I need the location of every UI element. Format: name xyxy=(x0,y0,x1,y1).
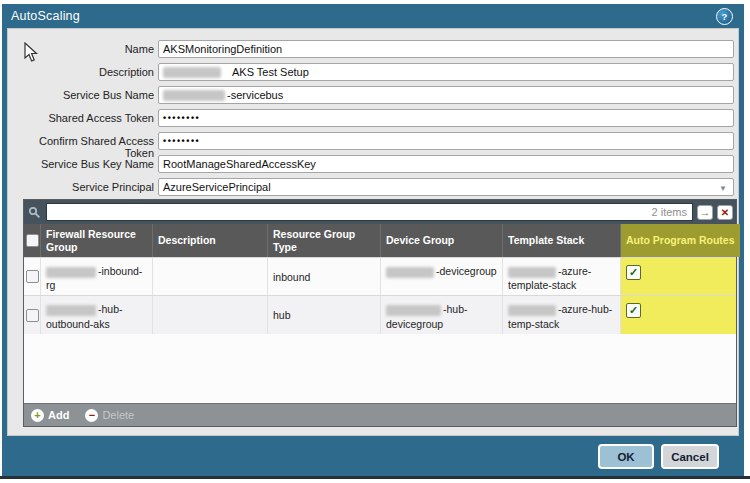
autoscaling-screen: AutoScaling ? Name AKSMonitoringDefiniti… xyxy=(0,0,750,483)
delete-button[interactable]: − Delete xyxy=(85,409,134,422)
cell-description xyxy=(152,296,267,333)
auto-program-routes-checkbox[interactable]: ✓ xyxy=(626,265,641,280)
cell-device-group: -hub-devicegroup xyxy=(380,296,502,333)
table-filter-bar: 2 items → ✕ xyxy=(24,200,736,224)
service-bus-key-name-input[interactable]: RootManageSharedAccessKey xyxy=(158,155,734,173)
redacted-text-block xyxy=(508,267,556,278)
chevron-down-icon[interactable]: ▼ xyxy=(719,184,727,193)
shared-access-token-input[interactable]: •••••••• xyxy=(158,109,734,127)
row-checkbox[interactable] xyxy=(26,309,39,322)
shared-access-token-value: •••••••• xyxy=(163,113,200,123)
firewall-resource-group-table: 2 items → ✕ Firewall Resource Group Desc… xyxy=(23,199,737,427)
service-bus-name-label: Service Bus Name xyxy=(8,89,154,101)
cell-template-stack: -azure-hub-temp-stack xyxy=(502,296,620,333)
redacted-text-block xyxy=(386,305,441,316)
description-label: Description xyxy=(8,66,154,78)
autoscaling-dialog: AutoScaling ? Name AKSMonitoringDefiniti… xyxy=(2,4,744,477)
cell-description xyxy=(152,258,267,295)
cell-auto-program-routes: ✓ xyxy=(620,258,736,295)
delete-icon: − xyxy=(85,409,98,422)
auto-program-routes-checkbox[interactable]: ✓ xyxy=(626,303,641,318)
redacted-text-block xyxy=(163,67,221,78)
row-checkbox[interactable] xyxy=(26,270,39,283)
cancel-button[interactable]: Cancel xyxy=(661,444,719,469)
dialog-title: AutoScaling xyxy=(11,9,80,23)
description-value: AKS Test Setup xyxy=(232,66,309,78)
add-button-label: Add xyxy=(48,409,69,421)
shared-access-token-label: Shared Access Token xyxy=(8,112,154,124)
confirm-shared-access-token-input[interactable]: •••••••• xyxy=(158,132,734,150)
confirm-shared-access-token-field-row: Confirm Shared Access Token •••••••• xyxy=(8,132,738,150)
items-count: 2 items xyxy=(652,206,687,218)
column-header-device-group[interactable]: Device Group xyxy=(380,224,502,257)
column-header-auto-program-routes[interactable]: Auto Program Routes xyxy=(620,224,740,257)
ok-button[interactable]: OK xyxy=(598,444,654,469)
help-icon[interactable]: ? xyxy=(716,8,733,25)
search-icon xyxy=(28,206,41,219)
table-row[interactable]: -inbound-rg inbound -devicegroup -azure-… xyxy=(24,257,736,295)
redacted-text-block xyxy=(508,305,556,316)
table-toolbar: + Add − Delete xyxy=(24,403,736,426)
column-header-firewall-resource-group[interactable]: Firewall Resource Group xyxy=(40,224,152,257)
table-row[interactable]: -hub-outbound-aks hub -hub-devicegroup -… xyxy=(24,295,736,333)
apply-filter-button[interactable]: → xyxy=(697,205,713,220)
cell-resource-group-type: hub xyxy=(267,296,380,333)
description-field-row: Description AKS Test Setup xyxy=(8,63,738,81)
delete-button-label: Delete xyxy=(102,409,134,421)
cell-device-group: -devicegroup xyxy=(380,258,502,295)
dialog-content: Name AKSMonitoringDefinition Description… xyxy=(7,28,739,436)
column-header-template-stack[interactable]: Template Stack xyxy=(502,224,620,257)
filter-input[interactable]: 2 items xyxy=(46,203,693,221)
name-input[interactable]: AKSMonitoringDefinition xyxy=(158,40,734,58)
service-principal-dropdown[interactable]: AzureServicePrincipal ▼ xyxy=(158,178,734,196)
name-label: Name xyxy=(8,43,154,55)
redacted-text-block xyxy=(46,267,96,278)
service-bus-name-input[interactable]: -servicebus xyxy=(158,86,734,104)
service-principal-label: Service Principal xyxy=(8,181,154,193)
dialog-titlebar: AutoScaling ? xyxy=(2,4,744,28)
table-header-row: Firewall Resource Group Description Reso… xyxy=(24,224,736,257)
service-bus-key-name-field-row: Service Bus Key Name RootManageSharedAcc… xyxy=(8,155,738,173)
cell-auto-program-routes: ✓ xyxy=(620,296,736,333)
clear-filter-button[interactable]: ✕ xyxy=(717,205,733,220)
table-empty-area xyxy=(24,334,736,403)
service-principal-value: AzureServicePrincipal xyxy=(163,181,271,193)
name-field-row: Name AKSMonitoringDefinition xyxy=(8,40,738,58)
add-icon: + xyxy=(31,409,44,422)
service-bus-name-value: -servicebus xyxy=(227,89,283,101)
service-bus-name-field-row: Service Bus Name -servicebus xyxy=(8,86,738,104)
service-bus-key-name-label: Service Bus Key Name xyxy=(8,158,154,170)
add-button[interactable]: + Add xyxy=(31,409,69,422)
column-header-resource-group-type[interactable]: Resource Group Type xyxy=(267,224,380,257)
cell-firewall-resource-group: -hub-outbound-aks xyxy=(40,296,152,333)
cell-template-stack: -azure-template-stack xyxy=(502,258,620,295)
name-value: AKSMonitoringDefinition xyxy=(163,43,282,55)
confirm-shared-access-token-value: •••••••• xyxy=(163,136,200,146)
cell-resource-group-type: inbound xyxy=(267,258,380,295)
redacted-text-block xyxy=(163,90,225,101)
column-header-description[interactable]: Description xyxy=(152,224,267,257)
redacted-text-block xyxy=(386,267,434,278)
redacted-text-block xyxy=(46,305,96,316)
service-principal-field-row: Service Principal AzureServicePrincipal … xyxy=(8,178,738,196)
service-bus-key-name-value: RootManageSharedAccessKey xyxy=(163,158,316,170)
select-all-checkbox[interactable] xyxy=(26,234,39,247)
window-bottom-edge xyxy=(0,476,750,479)
description-input[interactable]: AKS Test Setup xyxy=(158,63,734,81)
shared-access-token-field-row: Shared Access Token •••••••• xyxy=(8,109,738,127)
cell-firewall-resource-group: -inbound-rg xyxy=(40,258,152,295)
